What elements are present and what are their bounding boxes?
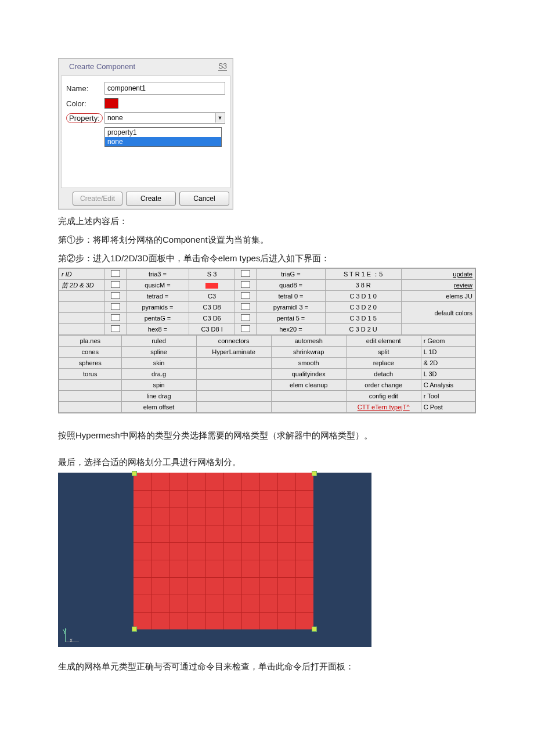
review-link[interactable]: review	[401, 280, 475, 291]
panel-cell[interactable]: replace	[346, 358, 421, 369]
cell[interactable]: triaG =	[257, 269, 325, 280]
checkbox-icon[interactable]	[111, 281, 120, 288]
cell[interactable]: qusicM =	[127, 280, 189, 291]
panel-cell[interactable]: C Analysis	[421, 380, 475, 391]
panel-cell[interactable]: order change	[346, 380, 421, 391]
panel-cell[interactable]: qualityindex	[271, 369, 346, 380]
cell[interactable]: quad8 =	[257, 280, 325, 291]
cell[interactable]: S T R 1 E ：5	[325, 269, 401, 280]
panel-cell	[59, 391, 122, 402]
panel-cell[interactable]: L 3D	[421, 369, 475, 380]
panel-cell[interactable]: pla.nes	[59, 336, 122, 347]
cell[interactable]: C 3 D 2 0	[325, 302, 401, 313]
panel-cell	[196, 402, 271, 413]
cell[interactable]: pentaG =	[127, 313, 189, 324]
panel-cell[interactable]: shrinkwrap	[271, 347, 346, 358]
panel-cell[interactable]: dra.g	[121, 369, 196, 380]
checkbox-icon[interactable]	[111, 303, 120, 310]
panel-cell	[196, 391, 271, 402]
checkbox-icon[interactable]	[111, 292, 120, 299]
cell[interactable]: C3 D8 I	[189, 324, 235, 335]
panel-cell[interactable]: elem offset	[121, 402, 196, 413]
paragraph: 按照Hypermesh中网格的类型分类选择需要的网格类型（求解器中的网格类型）。	[58, 429, 476, 442]
panel-cell[interactable]: detach	[346, 369, 421, 380]
cell[interactable]: C 3 D 1 0	[325, 291, 401, 302]
panel-cell[interactable]: spline	[121, 347, 196, 358]
panel-cell[interactable]: connectors	[196, 336, 271, 347]
panel-cell[interactable]: split	[346, 347, 421, 358]
panel-cell[interactable]: spin	[121, 380, 196, 391]
property-option[interactable]: property1	[105, 128, 221, 137]
property-input[interactable]	[104, 112, 225, 124]
cell[interactable]: C 3 D 2 U	[325, 324, 401, 335]
cell[interactable]: pentai 5 =	[257, 313, 325, 324]
update-link[interactable]: update	[401, 269, 475, 280]
panel-cell[interactable]: edit element	[346, 336, 421, 347]
panel-cell[interactable]: elem cleanup	[271, 380, 346, 391]
cell[interactable]: C 3 D 1 5	[325, 313, 401, 324]
checkbox-icon[interactable]	[241, 281, 250, 288]
cell[interactable]: hex8 =	[127, 324, 189, 335]
chevron-down-icon[interactable]: ▼	[215, 113, 224, 123]
panel-cell[interactable]: spheres	[59, 358, 122, 369]
checkbox-icon[interactable]	[241, 292, 250, 299]
mesh-node-icon	[312, 471, 317, 476]
elems-label: elems JU	[401, 291, 475, 302]
panel-cell[interactable]: skin	[121, 358, 196, 369]
cell[interactable]: pyramidl 3 =	[257, 302, 325, 313]
panel-cell[interactable]: smooth	[271, 358, 346, 369]
cell[interactable]: tetrad =	[127, 291, 189, 302]
property-label: Property:	[66, 114, 104, 123]
cell[interactable]: tria3 =	[127, 269, 189, 280]
checkbox-icon[interactable]	[111, 270, 120, 277]
panel-cell[interactable]: HyperLaminate	[196, 347, 271, 358]
cell[interactable]: C3	[189, 291, 235, 302]
name-input[interactable]	[104, 82, 225, 95]
paragraph: 最后，选择合适的网格划分工具进行网格划分。	[58, 455, 476, 469]
checkbox-icon[interactable]	[111, 325, 120, 332]
panel-cell[interactable]: r Geom	[421, 336, 475, 347]
paragraph: 生成的网格单元类型正确与否可通过命令目来检查，单击此命令后打开面板：	[58, 660, 476, 674]
checkbox-icon[interactable]	[111, 314, 120, 321]
checkbox-icon[interactable]	[241, 314, 250, 321]
panel-cell[interactable]: CTT eTern typejT^	[346, 402, 421, 413]
elem-types-panel: r ID tria3 = S 3 triaG = S T R 1 E ：5 up…	[58, 268, 476, 413]
cell[interactable]: pyramids =	[127, 302, 189, 313]
default-colors-label[interactable]: default colors	[401, 302, 475, 324]
dialog-title: Crearte Component	[69, 62, 135, 71]
panel-cell[interactable]: torus	[59, 369, 122, 380]
cancel-button[interactable]: Cancel	[179, 192, 229, 206]
cell[interactable]: tetral 0 =	[257, 291, 325, 302]
panel-cell[interactable]: C Post	[421, 402, 475, 413]
property-option-selected[interactable]: none	[105, 137, 221, 146]
cell[interactable]: hex20 =	[257, 324, 325, 335]
panel-cell	[59, 380, 122, 391]
panel-cell[interactable]: cones	[59, 347, 122, 358]
create-component-dialog: Crearte Component S3 Name: Color: Proper…	[58, 58, 233, 210]
color-swatch[interactable]	[104, 98, 118, 109]
panel-head: 苗 2D & 3D	[59, 280, 105, 291]
property-dropdown-list[interactable]: property1 none	[104, 127, 222, 147]
cell[interactable]: S 3	[189, 269, 235, 280]
cell[interactable]	[189, 280, 235, 291]
panel-cell[interactable]: & 2D	[421, 358, 475, 369]
panel-cell	[196, 358, 271, 369]
create-edit-button[interactable]: Create/Edit	[73, 192, 122, 206]
cell[interactable]: 3 8 R	[325, 280, 401, 291]
paragraph: 第②步：进入1D/2D/3D面板中，单击命令elem types后进入如下界面：	[58, 251, 476, 265]
panel-cell[interactable]: automesh	[271, 336, 346, 347]
cell[interactable]: C3 D6	[189, 313, 235, 324]
property-combobox[interactable]: ▼	[104, 112, 225, 124]
panel-cell[interactable]: ruled	[121, 336, 196, 347]
checkbox-icon[interactable]	[241, 303, 250, 310]
cell[interactable]: C3 D8	[189, 302, 235, 313]
create-button[interactable]: Create	[126, 192, 176, 206]
panel-cell[interactable]: line drag	[121, 391, 196, 402]
panel-cell[interactable]: config edit	[346, 391, 421, 402]
checkbox-icon[interactable]	[241, 270, 250, 277]
checkbox-icon[interactable]	[241, 325, 250, 332]
panel-cell[interactable]: L 1D	[421, 347, 475, 358]
panel-cell[interactable]: r Tool	[421, 391, 475, 402]
panel-head: r ID	[59, 269, 105, 280]
paragraph: 第①步：将即将划分网格的Component设置为当前集。	[58, 233, 476, 247]
